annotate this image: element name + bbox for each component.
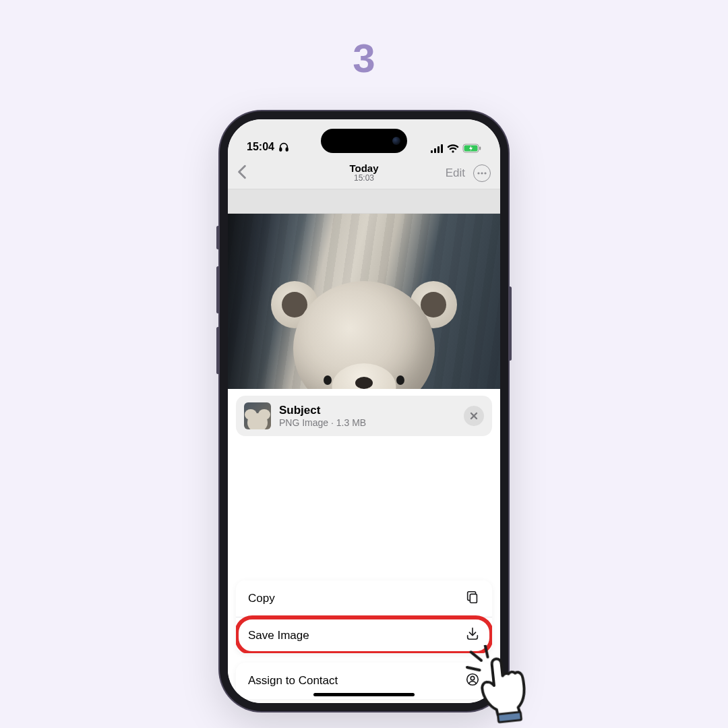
home-indicator[interactable] [313, 693, 415, 696]
svg-rect-1 [286, 148, 288, 151]
photo-subject-bear [276, 268, 452, 389]
save-image-action[interactable]: Save Image [236, 617, 492, 653]
save-image-action-label: Save Image [248, 629, 309, 642]
close-share-button[interactable] [464, 406, 484, 426]
svg-rect-5 [441, 144, 443, 153]
svg-rect-3 [434, 148, 436, 153]
phone-power-button [508, 286, 512, 361]
svg-line-16 [471, 651, 481, 661]
svg-line-15 [467, 666, 480, 671]
svg-rect-0 [280, 148, 282, 151]
headphones-icon [278, 142, 289, 152]
share-subject-meta: PNG Image · 1.3 MB [279, 417, 456, 428]
svg-rect-4 [437, 146, 439, 153]
navigation-bar: Today 15:03 Edit [228, 157, 500, 189]
share-thumbnail [244, 402, 271, 429]
phone-silence-switch [216, 226, 220, 249]
cellular-signal-icon [431, 144, 444, 153]
tap-indicator-hand-icon [462, 639, 551, 728]
share-subject-title: Subject [279, 404, 456, 417]
svg-point-11 [484, 172, 486, 174]
svg-point-10 [481, 172, 483, 174]
copy-icon [465, 590, 480, 608]
edit-button[interactable]: Edit [446, 166, 465, 180]
step-number-label: 3 [353, 35, 375, 82]
status-time: 15:04 [247, 141, 274, 153]
svg-point-9 [477, 172, 479, 174]
nav-title: Today 15:03 [349, 163, 378, 183]
wifi-icon [447, 144, 459, 153]
nav-title-main: Today [349, 163, 378, 175]
svg-rect-8 [479, 147, 481, 150]
svg-rect-12 [470, 594, 477, 603]
nav-title-subtitle: 15:03 [349, 174, 378, 183]
battery-charging-icon [462, 144, 481, 153]
photo-preview[interactable] [228, 214, 500, 389]
share-actions-group-1: Copy Save Image [236, 580, 492, 653]
back-button[interactable] [237, 164, 247, 182]
share-subject-card: Subject PNG Image · 1.3 MB [236, 396, 492, 436]
more-options-button[interactable] [473, 164, 491, 182]
svg-rect-2 [431, 150, 433, 153]
assign-to-contact-label: Assign to Contact [248, 674, 338, 688]
toolbar-placeholder [228, 189, 500, 214]
copy-action-label: Copy [248, 592, 275, 605]
share-sheet: Subject PNG Image · 1.3 MB Copy [228, 389, 500, 703]
svg-rect-18 [497, 712, 521, 722]
copy-action[interactable]: Copy [236, 580, 492, 617]
phone-screen: 15:04 [228, 119, 500, 703]
phone-frame: 15:04 [220, 111, 508, 711]
svg-line-17 [485, 645, 488, 657]
download-icon [465, 626, 480, 644]
dynamic-island [321, 129, 407, 153]
